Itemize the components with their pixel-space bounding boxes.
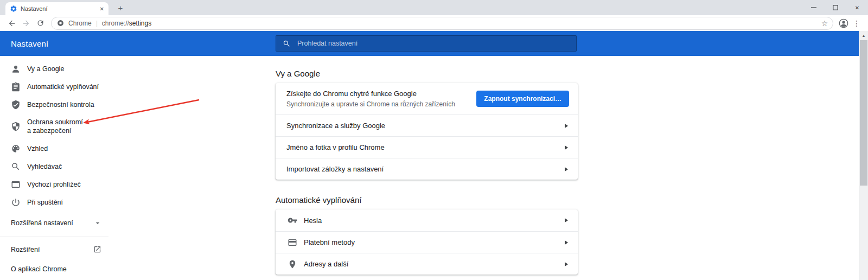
address-icon	[288, 259, 297, 269]
default-browser-icon	[11, 180, 21, 189]
row-payment-methods[interactable]: Platební metody	[276, 231, 578, 253]
browser-tab[interactable]: Nastavení ✕	[5, 2, 108, 15]
open-in-new-icon	[93, 245, 102, 254]
sync-promo-title: Získejte do Chromu chytré funkce Google	[286, 90, 476, 98]
page-scrollbar[interactable]: ▲	[859, 31, 868, 280]
settings-header: Nastavení	[0, 31, 868, 56]
section-heading-autofill: Automatické vyplňování	[276, 195, 578, 205]
bookmark-star-icon[interactable]: ☆	[819, 19, 831, 28]
sidebar-divider	[0, 237, 108, 237]
browser-window: Nastavení ✕ + ✕ Chrome	[0, 0, 868, 280]
sync-promo-subtitle: Synchronizujte a upravte si Chrome na rů…	[286, 100, 476, 108]
maximize-button[interactable]	[825, 0, 846, 15]
browser-menu-icon[interactable]: ⋮	[851, 19, 863, 28]
address-bar[interactable]: Chrome | chrome:// settings ☆	[51, 17, 833, 30]
site-info-icon[interactable]	[57, 20, 64, 27]
chevron-right-icon	[565, 145, 568, 150]
you-and-google-card: Získejte do Chromu chytré funkce Google …	[276, 83, 578, 180]
sidebar-item-search-engine[interactable]: Vyhledávač	[0, 157, 108, 175]
sidebar-item-label: Výchozí prohlížeč	[27, 180, 81, 189]
tab-strip: Nastavení ✕ + ✕	[0, 0, 868, 15]
omnibox-separator: |	[96, 20, 98, 27]
new-tab-button[interactable]: +	[115, 3, 126, 12]
search-engine-icon	[11, 162, 21, 171]
extensions-label: Rozšíření	[11, 246, 40, 253]
person-icon	[11, 64, 21, 74]
key-icon	[288, 215, 297, 225]
sidebar-item-label: Automatické vyplňování	[27, 82, 99, 91]
sidebar-item-label: Vzhled	[27, 144, 48, 153]
autofill-card: Hesla Platební metody	[276, 209, 578, 275]
row-import-bookmarks[interactable]: Importovat záložky a nastavení	[276, 158, 578, 180]
chevron-down-icon	[93, 219, 102, 227]
settings-content: Vy a Google Automatické vyplňování Bezpe…	[0, 56, 868, 280]
safety-check-icon	[11, 100, 21, 110]
url-scheme: chrome://	[102, 20, 129, 27]
row-sync-and-google-services[interactable]: Synchronizace a služby Google	[276, 114, 578, 136]
chevron-right-icon	[565, 262, 568, 266]
sidebar-item-appearance[interactable]: Vzhled	[0, 139, 108, 157]
sidebar-item-safety-check[interactable]: Bezpečnostní kontrola	[0, 96, 108, 113]
about-label: O aplikaci Chrome	[11, 265, 67, 273]
tab-close-icon[interactable]: ✕	[100, 6, 104, 12]
settings-search-input[interactable]	[296, 39, 570, 48]
payment-icon	[288, 238, 297, 247]
sidebar-item-label: Bezpečnostní kontrola	[27, 100, 94, 109]
minimize-button[interactable]	[803, 0, 825, 15]
close-window-button[interactable]: ✕	[846, 0, 868, 15]
sync-promo-text: Získejte do Chromu chytré funkce Google …	[286, 90, 476, 108]
sidebar-item-default-browser[interactable]: Výchozí prohlížeč	[0, 175, 108, 193]
sidebar-item-privacy[interactable]: Ochrana soukromí a zabezpečení	[0, 113, 108, 139]
row-addresses[interactable]: Adresy a další	[276, 253, 578, 275]
settings-main: Vy a Google Získejte do Chromu chytré fu…	[276, 56, 578, 280]
sidebar-item-autofill[interactable]: Automatické vyplňování	[0, 78, 108, 96]
row-label: Platební metody	[304, 238, 355, 246]
chevron-right-icon	[565, 167, 568, 171]
scrollbar-thumb[interactable]	[860, 40, 867, 186]
turn-on-sync-button[interactable]: Zapnout synchronizaci…	[476, 91, 569, 107]
appearance-icon	[11, 144, 21, 154]
sidebar-item-label: Vy a Google	[27, 65, 64, 73]
sidebar-item-label: Ochrana soukromí a zabezpečení	[27, 118, 83, 135]
advanced-label: Rozšířená nastavení	[11, 219, 73, 227]
window-controls: ✕	[803, 0, 868, 15]
chevron-right-icon	[565, 218, 568, 222]
reload-button[interactable]	[34, 17, 47, 30]
row-name-and-picture[interactable]: Jméno a fotka v profilu Chrome	[276, 136, 578, 158]
section-heading-you-and-google: Vy a Google	[276, 69, 578, 78]
autofill-icon	[11, 82, 21, 92]
search-icon	[283, 40, 291, 48]
row-label: Importovat záložky a nastavení	[286, 165, 384, 173]
sidebar-item-on-startup[interactable]: Při spuštění	[0, 193, 108, 211]
sidebar-item-you-and-google[interactable]: Vy a Google	[0, 60, 108, 78]
chevron-right-icon	[565, 124, 568, 128]
sync-promo-row: Získejte do Chromu chytré funkce Google …	[276, 83, 578, 114]
settings-gear-icon	[10, 5, 17, 12]
sidebar-item-about-chrome[interactable]: O aplikaci Chrome	[0, 259, 108, 279]
sidebar-item-advanced[interactable]: Rozšířená nastavení	[0, 212, 108, 234]
row-label: Adresy a další	[304, 260, 348, 268]
startup-icon	[11, 198, 21, 207]
privacy-icon	[11, 122, 21, 131]
site-label: Chrome	[68, 20, 92, 27]
row-label: Synchronizace a služby Google	[286, 122, 385, 130]
settings-page-title: Nastavení	[11, 31, 48, 56]
settings-sidebar: Vy a Google Automatické vyplňování Bezpe…	[0, 56, 108, 280]
sidebar-item-label: Vyhledávač	[27, 162, 62, 171]
back-button[interactable]	[5, 17, 18, 30]
row-label: Jméno a fotka v profilu Chrome	[286, 143, 385, 151]
profile-avatar[interactable]	[838, 18, 850, 29]
row-passwords[interactable]: Hesla	[276, 209, 578, 231]
row-label: Hesla	[304, 217, 322, 225]
browser-toolbar: Chrome | chrome:// settings ☆ ⋮	[0, 15, 868, 31]
scrollbar-up-arrow[interactable]: ▲	[859, 31, 868, 40]
url-host: settings	[129, 20, 151, 27]
sidebar-item-label: Při spuštění	[27, 198, 63, 207]
tab-title: Nastavení	[21, 5, 97, 12]
forward-button[interactable]	[20, 17, 33, 30]
chevron-right-icon	[565, 240, 568, 245]
sidebar-item-extensions[interactable]: Rozšíření	[0, 240, 108, 259]
settings-search-box[interactable]	[276, 35, 577, 52]
